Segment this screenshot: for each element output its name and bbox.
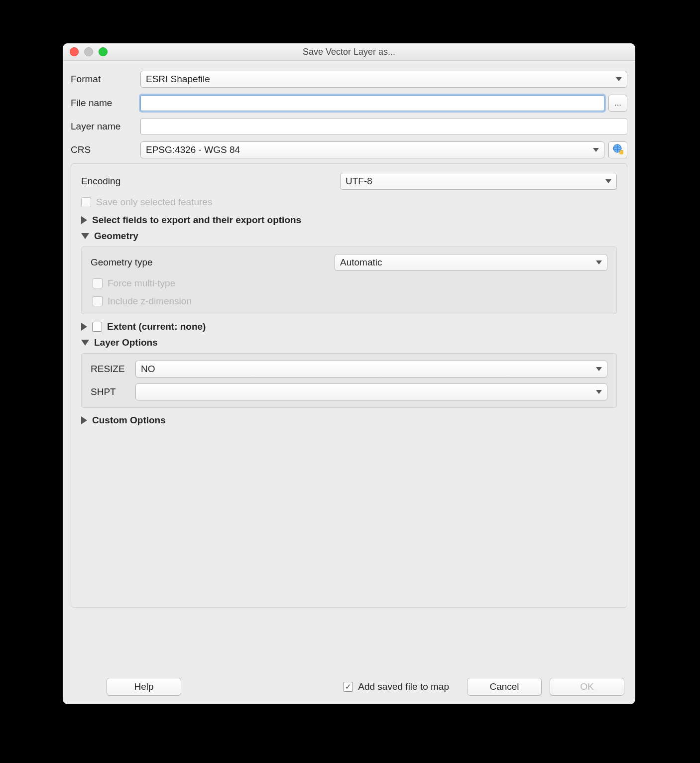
- save-selected-checkbox: Save only selected features: [81, 197, 617, 208]
- geometry-panel: Geometry type Automatic Force multi-type…: [81, 247, 617, 314]
- help-button[interactable]: Help: [107, 678, 181, 696]
- crs-label: CRS: [71, 144, 140, 155]
- file-name-input[interactable]: [140, 95, 604, 111]
- checkbox-icon: [81, 197, 91, 207]
- svg-marker-9: [596, 390, 602, 394]
- format-dropdown[interactable]: ESRI Shapefile: [140, 71, 627, 88]
- add-to-map-checkbox[interactable]: ✓ Add saved file to map: [343, 681, 449, 692]
- svg-marker-1: [593, 148, 599, 152]
- chevron-down-icon: [596, 367, 602, 371]
- encoding-label: Encoding: [81, 176, 340, 187]
- svg-marker-8: [596, 367, 602, 371]
- crs-picker-button[interactable]: [608, 141, 627, 158]
- triangle-down-icon: [81, 340, 89, 346]
- dialog-footer: Help ✓ Add saved file to map Cancel OK: [63, 669, 635, 704]
- options-group: Encoding UTF-8 Save only selected featur…: [71, 163, 627, 608]
- window-controls: [63, 47, 108, 56]
- encoding-dropdown[interactable]: UTF-8: [340, 173, 617, 190]
- file-name-label: File name: [71, 98, 140, 109]
- layer-name-label: Layer name: [71, 121, 140, 132]
- maximize-icon[interactable]: [99, 47, 108, 56]
- geometry-type-dropdown[interactable]: Automatic: [335, 254, 607, 271]
- svg-marker-5: [620, 150, 623, 154]
- svg-marker-7: [596, 260, 602, 264]
- triangle-right-icon: [81, 216, 87, 224]
- chevron-down-icon: [593, 148, 599, 152]
- format-value: ESRI Shapefile: [146, 74, 210, 85]
- geometry-type-label: Geometry type: [91, 257, 335, 268]
- shpt-dropdown[interactable]: [135, 383, 607, 400]
- geometry-type-value: Automatic: [340, 257, 382, 268]
- layer-options-section[interactable]: Layer Options: [81, 337, 617, 348]
- resize-value: NO: [141, 364, 155, 375]
- geometry-section[interactable]: Geometry: [81, 231, 617, 242]
- triangle-right-icon: [81, 323, 87, 331]
- ok-button: OK: [550, 678, 624, 696]
- checkbox-icon: [93, 278, 103, 288]
- save-vector-layer-dialog: Save Vector Layer as... Format ESRI Shap…: [63, 43, 635, 704]
- resize-label: RESIZE: [91, 364, 135, 375]
- extent-checkbox[interactable]: [92, 322, 102, 332]
- svg-marker-6: [605, 179, 611, 183]
- minimize-icon: [84, 47, 93, 56]
- browse-button[interactable]: ...: [608, 95, 627, 112]
- format-label: Format: [71, 74, 140, 85]
- checkbox-icon: ✓: [343, 682, 353, 692]
- window-title: Save Vector Layer as...: [63, 47, 635, 57]
- titlebar: Save Vector Layer as...: [63, 43, 635, 61]
- triangle-right-icon: [81, 416, 87, 424]
- layer-options-panel: RESIZE NO SHPT: [81, 353, 617, 408]
- triangle-down-icon: [81, 233, 89, 239]
- crs-value: EPSG:4326 - WGS 84: [146, 144, 240, 155]
- include-z-checkbox: Include z-dimension: [93, 296, 607, 307]
- chevron-down-icon: [605, 179, 611, 183]
- shpt-label: SHPT: [91, 386, 135, 397]
- chevron-down-icon: [616, 77, 622, 81]
- select-fields-section[interactable]: Select fields to export and their export…: [81, 215, 617, 226]
- encoding-value: UTF-8: [346, 176, 372, 187]
- checkbox-icon: [93, 296, 103, 306]
- close-icon[interactable]: [70, 47, 79, 56]
- chevron-down-icon: [596, 390, 602, 394]
- crs-dropdown[interactable]: EPSG:4326 - WGS 84: [140, 141, 604, 158]
- force-multi-checkbox: Force multi-type: [93, 278, 607, 289]
- chevron-down-icon: [596, 260, 602, 264]
- custom-options-section[interactable]: Custom Options: [81, 415, 617, 426]
- globe-icon: [612, 143, 623, 157]
- resize-dropdown[interactable]: NO: [135, 361, 607, 378]
- extent-section[interactable]: Extent (current: none): [81, 321, 617, 332]
- svg-marker-0: [616, 77, 622, 81]
- cancel-button[interactable]: Cancel: [467, 678, 542, 696]
- layer-name-input[interactable]: [140, 119, 627, 134]
